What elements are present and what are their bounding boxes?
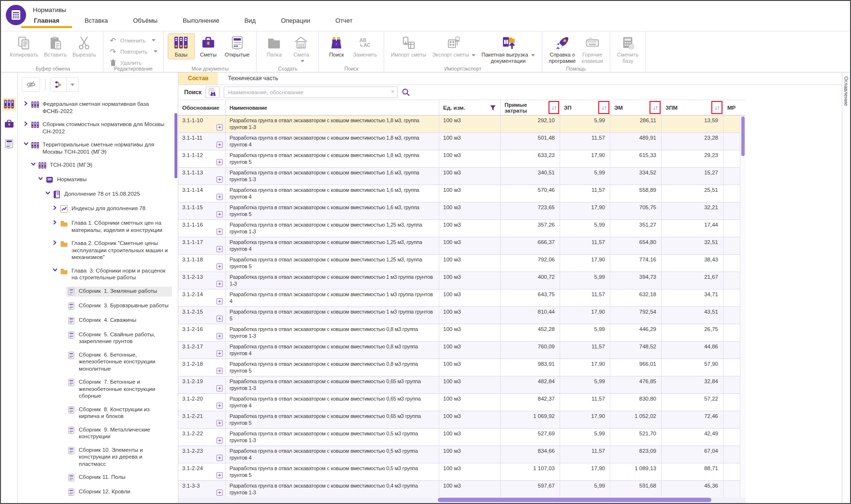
ribbon-button-Сменить[interactable]: Сменитьбазу [614, 33, 642, 65]
table-horizontal-scrollbar[interactable] [178, 497, 746, 503]
table-row[interactable]: 3.1-2-20+Разработка грунта в отвал экска… [178, 394, 740, 411]
table-row[interactable]: 3.1-1-15+Разработка грунта в отвал экска… [178, 202, 740, 220]
expand-plus-icon[interactable]: + [216, 298, 223, 304]
column-header-pz[interactable]: Прямые затраты↓↑ [501, 100, 560, 115]
ribbon-button-Открытые[interactable]: Открытые [222, 33, 253, 59]
ribbon-button-Вставить[interactable]: Вставить [41, 33, 70, 59]
ribbon-tab-Операции[interactable]: Операции [268, 15, 323, 28]
expand-plus-icon[interactable]: + [216, 490, 223, 496]
expand-plus-icon[interactable]: + [216, 281, 223, 287]
sort-icon[interactable]: ↓↑ [548, 101, 559, 114]
column-header-zp[interactable]: ЗП↓↑ [560, 100, 610, 115]
expand-plus-icon[interactable]: + [216, 350, 223, 357]
table-row[interactable]: 3.1-1-17+Разработка грунта в отвал экска… [178, 237, 740, 255]
tree-item[interactable]: Сборник 3. Буровзрывные работы [18, 301, 172, 311]
expand-plus-icon[interactable]: + [216, 403, 223, 409]
ribbon-tab-Выполнение[interactable]: Выполнение [170, 15, 232, 28]
filter-icon[interactable] [490, 104, 496, 111]
expand-plus-icon[interactable]: + [216, 385, 223, 391]
magnifier-icon[interactable] [402, 88, 410, 97]
expand-plus-icon[interactable]: + [216, 333, 223, 339]
chevron-down-icon[interactable] [51, 266, 59, 272]
chevron-right-icon[interactable] [22, 120, 30, 126]
table-row[interactable]: 3.1-3-3+Разработка грунта в отвал экскав… [178, 481, 740, 497]
ribbon-tab-Главная[interactable]: Главная [21, 15, 72, 28]
chevron-right-icon[interactable] [51, 218, 59, 225]
tree-view-dropdown[interactable] [67, 78, 78, 91]
table-row[interactable]: 3.1-1-16+Разработка грунта в отвал экска… [178, 220, 740, 237]
tree-item[interactable]: Сборник 8. Конструкции из кирпича и блок… [18, 405, 172, 421]
tree-item[interactable]: Сборник 6. Бетонные, железобетонные конс… [18, 350, 172, 374]
table-row[interactable]: 3.1-1-12+Разработка грунта в отвал экска… [178, 150, 740, 168]
ribbon-button-Отменить[interactable]: ↶Отменить [107, 35, 159, 45]
table-row[interactable]: 3.1-2-24+Разработка грунта в отвал экска… [178, 463, 740, 481]
chevron-right-icon[interactable] [51, 204, 59, 210]
table-vscroll-thumb[interactable] [741, 116, 745, 156]
table-row[interactable]: 3.1-1-11+Разработка грунта в отвал экска… [178, 133, 740, 150]
tree-scrollbar-thumb[interactable] [174, 113, 177, 178]
sort-icon[interactable]: ↓↑ [711, 101, 722, 114]
search-input[interactable] [224, 86, 398, 98]
expand-plus-icon[interactable]: + [216, 176, 223, 183]
tree-item[interactable]: Сборник 9. Металлические конструкции [18, 425, 172, 441]
ribbon-button-Горячие[interactable]: Горячиеклавиши [578, 33, 606, 65]
tree-item[interactable]: Сборник стоимостных нормативов для Москв… [18, 120, 172, 136]
tree-item[interactable]: ТСН-2001 (МГЭ) [18, 160, 172, 171]
tree-item[interactable]: Нормативы [18, 175, 172, 185]
column-header-mr[interactable]: МР [723, 100, 746, 115]
hide-panel-button[interactable] [22, 77, 40, 92]
table-row[interactable]: 3.1-2-21+Разработка грунта в отвал экска… [178, 411, 740, 429]
table-row[interactable]: 3.1-2-16+Разработка грунта в отвал экска… [178, 324, 740, 342]
expand-plus-icon[interactable]: + [216, 437, 223, 444]
clear-icon[interactable]: × [391, 88, 394, 95]
table-row[interactable]: 3.1-1-18+Разработка грунта в отвал экска… [178, 255, 740, 272]
table-row[interactable]: 3.1-2-22+Разработка грунта в отвал экска… [178, 429, 740, 446]
ribbon-button-Базы[interactable]: Базы [168, 33, 195, 59]
tree-item[interactable]: Глава 3. Сборники норм и расценок на стр… [18, 266, 172, 282]
expand-plus-icon[interactable]: + [216, 263, 223, 270]
column-header-code[interactable]: Обоснование [178, 100, 226, 115]
tree-item[interactable]: Территориальные сметные нормативы для Мо… [18, 140, 172, 156]
tree-scrollbar[interactable] [174, 72, 178, 503]
tree-item[interactable]: Сборник 10. Элементы и конструкции из де… [18, 446, 172, 469]
table-row[interactable]: 3.1-2-19+Разработка грунта в отвал экска… [178, 376, 740, 394]
tree-item[interactable]: Индексы для дополнения 78 [18, 204, 172, 214]
tab-Техническая часть[interactable]: Техническая часть [218, 72, 288, 85]
table-row[interactable]: 3.1-2-15+Разработка грунта в отвал экска… [178, 307, 740, 324]
ribbon-tab-Отчет[interactable]: Отчет [323, 15, 365, 28]
rail-bases[interactable] [2, 98, 16, 111]
column-header-zpm[interactable]: ЗПМ↓↑ [662, 100, 723, 115]
chevron-right-icon[interactable] [22, 100, 30, 106]
table-vertical-scrollbar[interactable] [740, 115, 746, 497]
expand-plus-icon[interactable]: + [216, 316, 223, 322]
search-options-button[interactable] [205, 86, 220, 98]
ribbon-button-Повторить[interactable]: ↷Повторить [107, 46, 159, 57]
ribbon-button-Сметы[interactable]: Сметы [195, 33, 222, 59]
chevron-down-icon[interactable] [29, 160, 37, 166]
ribbon-tab-Объёмы[interactable]: Объёмы [120, 15, 170, 28]
tree-item[interactable]: Дополнение 78 от 15.08.2025 [18, 189, 172, 200]
tree-item[interactable]: Федеральная сметная нормативная база ФСН… [18, 100, 172, 115]
chevron-down-icon[interactable] [43, 189, 52, 195]
ribbon-button-Смета[interactable]: Смета [288, 33, 315, 65]
expand-plus-icon[interactable]: + [216, 142, 223, 148]
tree-item[interactable]: Сборник 7. Бетонные и железобетонные кон… [18, 377, 172, 401]
tree-item[interactable]: Сборник 12. Кровли [18, 487, 172, 497]
rail-open-documents[interactable] [2, 137, 16, 151]
tree-view-button[interactable] [51, 78, 66, 91]
table-row[interactable]: 3.1-2-14+Разработка грунта в отвал экска… [178, 289, 740, 307]
expand-plus-icon[interactable]: + [216, 420, 223, 426]
ribbon-button-Копировать[interactable]: Копировать [7, 33, 41, 59]
table-row[interactable]: 3.1-2-13+Разработка грунта в отвал экска… [178, 272, 740, 289]
ribbon-button-Справка о[interactable]: Справка опрограмме [546, 33, 579, 65]
tree-view-split-button[interactable] [50, 77, 79, 92]
expand-plus-icon[interactable]: + [216, 159, 223, 165]
expand-plus-icon[interactable]: + [216, 472, 223, 478]
table-row[interactable]: 3.1-2-18+Разработка грунта в отвал экска… [178, 359, 740, 376]
expand-plus-icon[interactable]: + [216, 194, 223, 200]
tab-Состав[interactable]: Состав [178, 72, 218, 85]
table-hscroll-thumb[interactable] [438, 498, 711, 502]
ribbon-button-Вырезать[interactable]: Вырезать [70, 33, 99, 59]
table-row[interactable]: 3.1-2-17+Разработка грунта в отвал экска… [178, 342, 740, 359]
toc-side-tab[interactable]: Оглавление [842, 72, 850, 503]
